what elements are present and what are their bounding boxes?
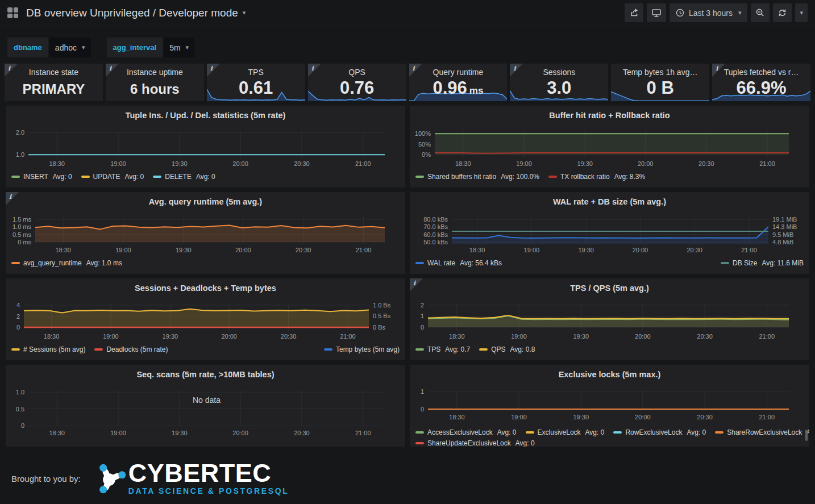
info-icon[interactable]: i xyxy=(409,64,423,77)
legend-item[interactable]: ShareRowExclusiveLockAvg: 0 xyxy=(715,428,809,436)
legend-item[interactable]: RowExclusiveLockAvg: 0 xyxy=(613,428,706,436)
y-tick-label: 80.0 kBs xyxy=(410,215,448,223)
cybertec-brand: CYBERTEC DATA SCIENCE & POSTGRESQL xyxy=(93,461,289,495)
info-icon[interactable]: i xyxy=(410,278,423,292)
info-icon[interactable]: i xyxy=(308,64,322,77)
chart-panel-title[interactable]: Seq. scans (5m rate, >10MB tables) xyxy=(6,370,405,379)
grafana-dashboard-icon[interactable] xyxy=(7,7,18,18)
chart-panel[interactable]: Seq. scans (5m rate, >10MB tables)No dat… xyxy=(6,365,405,447)
chart-canvas[interactable] xyxy=(452,217,768,244)
chevron-down-icon: ▾ xyxy=(82,44,85,51)
title-chevron-down-icon[interactable]: ▾ xyxy=(243,9,246,16)
stat-panel-title[interactable]: Sessions xyxy=(510,68,608,77)
dashboard-title[interactable]: DB overview Unprivileged / Developer mod… xyxy=(26,7,238,19)
chart-panel[interactable]: Buffer hit ratio + Rollback ratio100%50%… xyxy=(410,106,809,188)
chart-panel-title[interactable]: Buffer hit ratio + Rollback ratio xyxy=(410,111,809,120)
stat-panel-unit: ms xyxy=(469,85,484,96)
chart-legend: avg_query_runtimeAvg: 1.0 ms xyxy=(11,259,400,267)
chart-panel-title[interactable]: Sessions + Deadlocks + Temp bytes xyxy=(6,284,405,293)
legend-swatch-icon xyxy=(81,176,90,178)
chart-panel-title[interactable]: WAL rate + DB size (5m avg.) xyxy=(410,197,809,206)
stat-panel[interactable]: iQuery runtime0.96ms xyxy=(409,64,508,101)
legend-swatch-icon xyxy=(415,431,424,434)
legend-scrollbar[interactable] xyxy=(805,430,808,441)
legend-avg: Avg: 100.0% xyxy=(501,173,539,181)
x-tick-label: 18:30 xyxy=(49,430,65,436)
legend-item[interactable]: # Sessions (5m avg) xyxy=(11,345,85,353)
legend-item[interactable]: Temp bytes (5m avg) xyxy=(324,345,400,353)
chart-panel-title[interactable]: Exclusive locks (5m max.) xyxy=(410,370,809,379)
info-icon[interactable]: i xyxy=(106,64,119,77)
legend-item[interactable]: ShareUpdateExclusiveLockAvg: 0 xyxy=(415,439,535,447)
chart-canvas[interactable] xyxy=(35,217,385,244)
share-icon xyxy=(629,8,639,18)
legend-item[interactable]: ExclusiveLockAvg: 0 xyxy=(526,428,605,436)
stat-panel[interactable]: iSessions3.0 xyxy=(510,64,608,101)
stat-panel-title[interactable]: Tuples fetched vs r… xyxy=(712,68,810,77)
info-icon[interactable]: i xyxy=(207,64,221,77)
variable-dbname-select[interactable]: adhoc ▾ xyxy=(49,38,91,57)
refresh-button[interactable] xyxy=(773,3,792,22)
chart-panel-title[interactable]: Tuple Ins. / Upd. / Del. statistics (5m … xyxy=(6,111,405,120)
stat-panel-title[interactable]: Instance state xyxy=(5,68,103,77)
chart-panel[interactable]: WAL rate + DB size (5m avg.)80.0 kBs70.0… xyxy=(410,192,809,274)
info-icon[interactable]: i xyxy=(5,64,18,77)
legend-label: TPS xyxy=(427,345,440,353)
stat-panel-title[interactable]: Query runtime xyxy=(409,68,508,77)
chart-canvas[interactable] xyxy=(428,390,789,410)
legend-item[interactable]: Shared buffers hit ratioAvg: 100.0% xyxy=(415,173,539,181)
chart-canvas[interactable] xyxy=(428,303,789,331)
time-range-button[interactable]: Last 3 hours ▾ xyxy=(670,3,748,22)
chart-panel[interactable]: iAvg. query runtime (5m avg.)1.5 ms1.0 m… xyxy=(6,192,405,274)
legend-item[interactable]: Deadlocks (5m rate) xyxy=(94,345,168,353)
chart-panel[interactable]: Exclusive locks (5m max.)1018:3019:0019:… xyxy=(410,365,809,447)
stat-panel-title[interactable]: TPS xyxy=(207,68,305,77)
legend-item[interactable]: avg_query_runtimeAvg: 1.0 ms xyxy=(11,259,122,267)
y-tick-label: 1.0 xyxy=(6,388,24,396)
stat-panel-title[interactable]: Instance uptime xyxy=(106,68,204,77)
x-tick-label: 19:30 xyxy=(172,160,188,167)
stat-panel[interactable]: iInstance uptime6 hours xyxy=(106,64,204,101)
stat-panel-title[interactable]: QPS xyxy=(308,68,406,77)
chart-panel[interactable]: Tuple Ins. / Upd. / Del. statistics (5m … xyxy=(6,106,405,188)
refresh-interval-dropdown[interactable]: ▾ xyxy=(795,3,808,22)
chart-canvas[interactable] xyxy=(24,303,369,331)
info-icon[interactable]: i xyxy=(6,192,19,206)
x-tick-label: 18:30 xyxy=(455,160,471,167)
legend-item[interactable]: DELETEAvg: 0 xyxy=(153,173,215,181)
chart-panel[interactable]: Sessions + Deadlocks + Temp bytes4201.0 … xyxy=(6,278,405,360)
chart-canvas[interactable] xyxy=(28,131,385,158)
stat-panel-value: 0.96ms xyxy=(409,79,508,98)
legend-label: # Sessions (5m avg) xyxy=(23,345,85,353)
zoom-out-button[interactable] xyxy=(751,3,770,22)
stat-panel-title[interactable]: Temp bytes 1h avg… xyxy=(611,68,709,77)
tv-mode-button[interactable] xyxy=(647,3,666,22)
legend-item[interactable]: INSERTAvg: 0 xyxy=(11,173,72,181)
legend-item[interactable]: UPDATEAvg: 0 xyxy=(81,173,144,181)
variable-agg-interval-select[interactable]: 5m ▾ xyxy=(164,38,194,57)
legend-item[interactable]: WAL rateAvg: 56.4 kBs xyxy=(415,259,502,267)
legend-item[interactable]: TPSAvg: 0.7 xyxy=(415,345,470,353)
info-icon[interactable]: i xyxy=(712,64,726,77)
legend-item[interactable]: DB SizeAvg: 11.6 MiB xyxy=(721,259,804,267)
footer: Brought to you by: CYBERTEC DATA SCIENCE… xyxy=(11,461,815,495)
chart-panel[interactable]: iTPS / QPS (5m avg.)21018:3019:0019:3020… xyxy=(410,278,809,360)
chart-panel-title[interactable]: Avg. query runtime (5m avg.) xyxy=(6,197,405,206)
info-letter: i xyxy=(210,65,213,72)
stat-panel[interactable]: iTPS0.61 xyxy=(207,64,305,101)
chart-plot-area xyxy=(28,131,385,158)
stat-panel[interactable]: iQPS0.76 xyxy=(308,64,406,101)
stat-panel[interactable]: Temp bytes 1h avg…0 B xyxy=(611,64,709,101)
x-tick-label: 20:30 xyxy=(698,160,714,167)
chart-panel-title[interactable]: TPS / QPS (5m avg.) xyxy=(410,284,809,293)
stat-panel-value: 66.9% xyxy=(712,79,810,98)
stat-panel[interactable]: iTuples fetched vs r…66.9% xyxy=(712,64,810,101)
navbar: DB overview Unprivileged / Developer mod… xyxy=(0,0,815,26)
legend-item[interactable]: QPSAvg: 0.8 xyxy=(479,345,535,353)
legend-item[interactable]: AccessExclusiveLockAvg: 0 xyxy=(415,428,517,436)
share-button[interactable] xyxy=(625,3,643,22)
chart-canvas[interactable] xyxy=(435,131,789,158)
legend-item[interactable]: TX rollback ratioAvg: 8.3% xyxy=(548,173,645,181)
info-icon[interactable]: i xyxy=(510,64,523,77)
stat-panel[interactable]: iInstance statePRIMARY xyxy=(5,64,103,101)
